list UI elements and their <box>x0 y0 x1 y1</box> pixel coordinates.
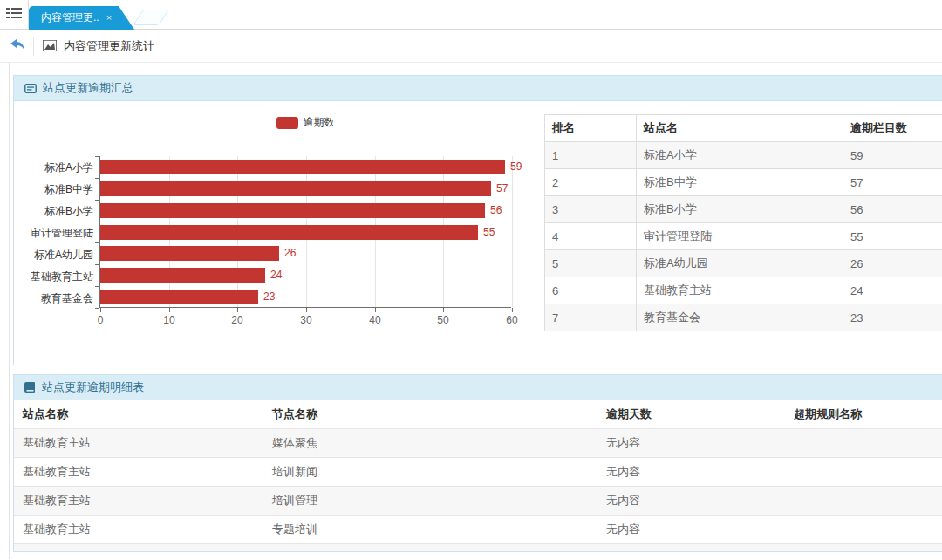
bar-value-label: 55 <box>483 225 495 240</box>
detail-panel-heading: 站点更新逾期明细表 <box>14 375 942 400</box>
table-cell: 培训管理 <box>263 487 597 516</box>
table-cell: 55 <box>843 223 942 250</box>
detail-panel-title: 站点更新逾期明细表 <box>42 379 144 395</box>
tab-content-management[interactable]: 内容管理更..× <box>29 6 134 30</box>
breadcrumb-bar: 内容管理更新统计 <box>0 30 942 63</box>
x-axis-tick <box>237 308 238 312</box>
tab-ghost-shape <box>133 10 168 25</box>
table-cell: 审计管理登陆 <box>637 223 843 250</box>
table-cell <box>785 516 942 544</box>
table-cell: 教育基金会 <box>637 304 843 331</box>
table-cell: 4 <box>545 223 637 250</box>
column-header: 逾期栏目数 <box>843 115 942 142</box>
bar[interactable] <box>100 268 265 283</box>
tab-label: 内容管理更.. <box>41 11 99 24</box>
tab-close-icon[interactable]: × <box>106 12 112 23</box>
x-axis-tick-label: 10 <box>152 314 187 326</box>
table-cell: 课题研究 <box>263 544 597 553</box>
y-axis-tick <box>95 200 99 201</box>
table-cell: 标准B中学 <box>637 169 843 196</box>
bar[interactable] <box>100 246 279 261</box>
table-row: 4审计管理登陆55 <box>545 223 942 250</box>
table-cell: 基础教育主站 <box>637 277 843 304</box>
bar[interactable] <box>100 181 491 196</box>
column-header: 节点名称 <box>263 400 597 429</box>
table-cell: 26 <box>843 250 942 277</box>
bar[interactable] <box>100 290 258 304</box>
chart-legend[interactable]: 逾期数 <box>99 115 511 130</box>
summary-panel-body: 逾期数 0102030405060标准A小学59标准B中学57标准B小学56审计… <box>14 101 942 365</box>
table-cell <box>785 544 942 553</box>
bar[interactable] <box>100 160 505 174</box>
table-cell: 媒体聚焦 <box>263 429 597 458</box>
sidebar-toggle-button[interactable] <box>0 0 29 29</box>
list-icon <box>24 84 37 93</box>
y-axis-tick <box>95 308 99 309</box>
x-axis-tick <box>512 308 513 312</box>
bar-value-label: 56 <box>490 203 502 218</box>
detail-table-wrap: 站点名称节点名称逾期天数超期规则名称基础教育主站媒体聚焦无内容基础教育主站培训新… <box>14 400 942 552</box>
table-cell: 57 <box>843 169 942 196</box>
table-cell: 培训新闻 <box>263 458 597 487</box>
table-row: 2标准B中学57 <box>545 169 942 196</box>
bar-value-label: 57 <box>496 181 508 196</box>
tab-bar: 内容管理更..× <box>0 0 942 30</box>
table-cell: 59 <box>843 142 942 169</box>
header-row: 站点名称节点名称逾期天数超期规则名称 <box>14 400 942 429</box>
table-row: 6基础教育主站24 <box>545 277 942 304</box>
bar[interactable] <box>100 203 485 218</box>
table-row: 7教育基金会23 <box>545 304 942 331</box>
book-icon <box>24 382 36 393</box>
back-button[interactable] <box>0 30 33 63</box>
x-axis-tick-label: 20 <box>220 314 255 326</box>
y-axis-tick <box>95 286 99 287</box>
column-header: 站点名 <box>637 115 843 142</box>
table-cell: 1 <box>545 142 637 169</box>
summary-panel-heading: 站点更新逾期汇总 <box>14 76 942 101</box>
y-axis-tick <box>95 264 99 265</box>
detail-table: 站点名称节点名称逾期天数超期规则名称基础教育主站媒体聚焦无内容基础教育主站培训新… <box>14 400 942 552</box>
table-row: 基础教育主站培训管理无内容 <box>14 487 942 516</box>
category-label: 标准A小学 <box>15 160 93 175</box>
x-axis-tick <box>306 308 307 312</box>
bar[interactable] <box>100 225 478 240</box>
table-cell: 24 <box>843 277 942 304</box>
table-row: 基础教育主站培训新闻无内容 <box>14 458 942 487</box>
summary-panel-title: 站点更新逾期汇总 <box>43 80 133 96</box>
plot-area: 0102030405060标准A小学59标准B中学57标准B小学56审计管理登陆… <box>99 156 511 308</box>
table-cell: 基础教育主站 <box>14 544 263 553</box>
x-axis-tick <box>443 308 444 312</box>
legend-swatch <box>276 117 298 129</box>
breadcrumb-divider <box>33 37 34 56</box>
bar-value-label: 26 <box>284 246 296 261</box>
table-cell: 标准A小学 <box>637 142 843 169</box>
table-row: 5标准A幼儿园26 <box>545 250 942 277</box>
category-label: 标准B中学 <box>15 182 93 197</box>
y-axis-tick <box>95 156 99 157</box>
table-cell: 基础教育主站 <box>14 429 263 458</box>
table-cell: 56 <box>843 196 942 223</box>
content-area: 站点更新逾期汇总 逾期数 0102030405060标准A小学59标准B中学57… <box>9 63 942 559</box>
category-label: 标准B小学 <box>15 204 93 219</box>
back-icon <box>10 38 24 54</box>
table-cell <box>785 458 942 487</box>
bar-value-label: 59 <box>510 160 522 174</box>
x-axis-tick-label: 0 <box>83 314 118 326</box>
x-axis-tick-label: 50 <box>426 314 461 326</box>
table-cell: 基础教育主站 <box>14 458 263 487</box>
header-row: 排名站点名逾期栏目数 <box>545 115 942 142</box>
category-label: 审计管理登陆 <box>15 226 93 241</box>
table-row: 基础教育主站课题研究无内容 <box>14 544 942 553</box>
table-row: 基础教育主站媒体聚焦无内容 <box>14 429 942 458</box>
category-label: 基础教育主站 <box>15 270 93 284</box>
table-row: 1标准A小学59 <box>545 142 942 169</box>
table-cell <box>785 487 942 516</box>
table-cell: 基础教育主站 <box>14 516 263 544</box>
table-row: 基础教育主站专题培训无内容 <box>14 516 942 544</box>
table-cell: 2 <box>545 169 637 196</box>
column-header: 排名 <box>545 115 637 142</box>
x-axis-tick <box>100 308 101 312</box>
x-axis-tick <box>375 308 376 312</box>
summary-panel: 站点更新逾期汇总 逾期数 0102030405060标准A小学59标准B中学57… <box>13 75 942 365</box>
table-cell: 标准A幼儿园 <box>637 250 843 277</box>
